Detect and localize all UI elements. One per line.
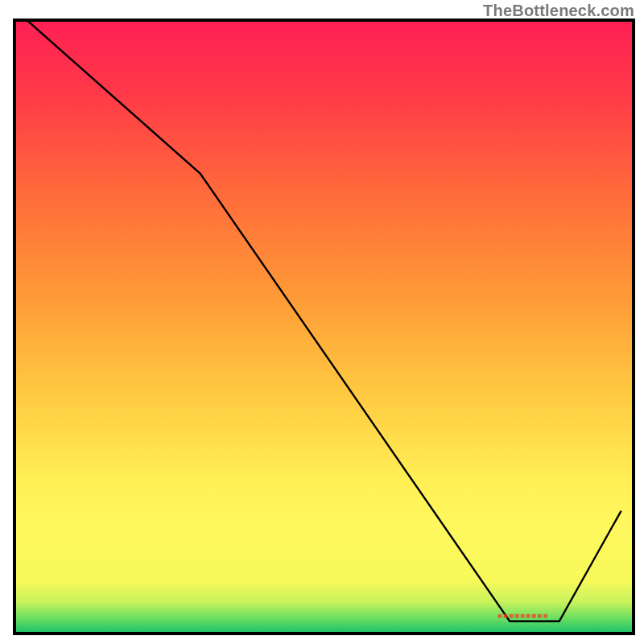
bottleneck-chart: ■■■■■■■■■ [0, 0, 644, 644]
min-annotation: ■■■■■■■■■ [497, 611, 548, 620]
gradient-background [14, 20, 634, 634]
chart-stage: TheBottleneck.com ■■■■■■■■■ [0, 0, 644, 644]
